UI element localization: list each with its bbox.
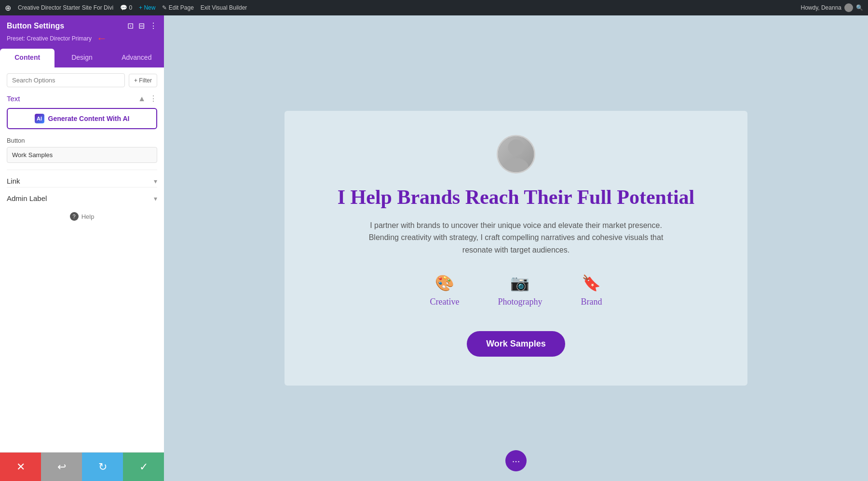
brand-label: Brand xyxy=(581,297,602,307)
panel-icon-layout[interactable]: ⊟ xyxy=(138,21,145,30)
camera-icon: 📷 xyxy=(510,274,529,292)
admin-avatar xyxy=(844,3,853,12)
site-name: Creative Director Starter Site For Divi xyxy=(18,4,113,11)
bottom-bar: ✕ ↩ ↻ ✓ xyxy=(0,452,164,481)
panel-icon-camera[interactable]: ⊡ xyxy=(127,21,134,30)
button-text-input[interactable] xyxy=(7,147,157,163)
link-section-header[interactable]: Link ▾ xyxy=(7,177,157,185)
admin-bar: ⊕ Creative Director Starter Site For Div… xyxy=(0,0,868,15)
undo-button[interactable]: ↩ xyxy=(41,453,82,481)
settings-panel: Button Settings ⊡ ⊟ ⋮ Preset: Creative D… xyxy=(0,15,164,481)
svg-point-1 xyxy=(503,159,529,173)
photography-label: Photography xyxy=(498,297,542,307)
link-section: Link ▾ xyxy=(7,170,157,185)
panel-tabs: Content Design Advanced xyxy=(0,49,164,67)
close-button[interactable]: ✕ xyxy=(0,453,41,481)
text-section: Text ▲ ⋮ AI Generate Content With AI But… xyxy=(7,94,157,170)
red-arrow-icon: ← xyxy=(96,32,107,45)
help-label: Help xyxy=(81,213,95,220)
page-canvas: I Help Brands Reach Their Full Potential… xyxy=(164,15,868,481)
fab-more-button[interactable]: ··· xyxy=(505,450,527,471)
edit-page-link[interactable]: ✎ Edit Page xyxy=(162,4,193,11)
profile-avatar xyxy=(497,135,535,174)
admin-label-chevron-icon: ▾ xyxy=(154,195,157,202)
page-card: I Help Brands Reach Their Full Potential… xyxy=(285,111,747,385)
svg-point-0 xyxy=(508,140,524,156)
wp-logo-icon: ⊕ xyxy=(5,3,11,13)
comment-bubble: 💬 0 xyxy=(120,4,132,11)
admin-label-title: Admin Label xyxy=(7,194,47,202)
bookmark-icon: 🔖 xyxy=(582,274,601,292)
ai-icon: AI xyxy=(35,114,44,123)
creative-icon: 🎨 xyxy=(435,274,454,292)
admin-label-header[interactable]: Admin Label ▾ xyxy=(7,194,157,202)
admin-label-section: Admin Label ▾ xyxy=(7,187,157,202)
service-item-photography: 📷 Photography xyxy=(498,274,542,307)
cta-work-samples-button[interactable]: Work Samples xyxy=(467,331,565,357)
link-chevron-icon: ▾ xyxy=(154,177,157,185)
exit-builder-link[interactable]: Exit Visual Builder xyxy=(201,4,247,11)
panel-content: + Filter Text ▲ ⋮ AI Generate Content Wi… xyxy=(0,67,164,452)
hero-title: I Help Brands Reach Their Full Potential xyxy=(338,185,695,209)
panel-icon-more[interactable]: ⋮ xyxy=(149,21,157,30)
tab-advanced[interactable]: Advanced xyxy=(109,49,164,67)
button-field-label: Button xyxy=(7,137,157,144)
redo-button[interactable]: ↻ xyxy=(82,453,123,481)
more-options-icon[interactable]: ⋮ xyxy=(149,94,157,103)
filter-button[interactable]: + Filter xyxy=(129,74,157,87)
preset-label: Preset: Creative Director Primary xyxy=(7,35,92,42)
panel-title: Button Settings xyxy=(7,22,64,30)
panel-header-icons: ⊡ ⊟ ⋮ xyxy=(127,21,157,30)
preset-row: Preset: Creative Director Primary ← xyxy=(7,32,157,45)
search-options-input[interactable] xyxy=(7,73,125,87)
search-filter-row: + Filter xyxy=(7,73,157,87)
service-item-creative: 🎨 Creative xyxy=(430,274,460,307)
howdy-text: Howdy, Deanna 🔍 xyxy=(801,3,864,12)
save-button[interactable]: ✓ xyxy=(123,453,164,481)
service-item-brand: 🔖 Brand xyxy=(581,274,602,307)
ai-generate-button[interactable]: AI Generate Content With AI xyxy=(7,108,157,129)
ai-generate-label: Generate Content With AI xyxy=(48,115,130,122)
help-icon: ? xyxy=(70,212,79,221)
collapse-icon[interactable]: ▲ xyxy=(138,94,146,103)
hero-subtitle: I partner with brands to uncover their u… xyxy=(366,219,665,256)
tab-content[interactable]: Content xyxy=(0,49,54,67)
text-section-title: Text xyxy=(7,94,20,103)
help-row[interactable]: ? Help xyxy=(7,212,157,221)
tab-design[interactable]: Design xyxy=(54,49,109,67)
link-section-title: Link xyxy=(7,177,20,185)
services-row: 🎨 Creative 📷 Photography 🔖 Brand xyxy=(430,274,602,307)
creative-label: Creative xyxy=(430,297,460,307)
new-link[interactable]: + New xyxy=(139,4,155,11)
panel-header: Button Settings ⊡ ⊟ ⋮ Preset: Creative D… xyxy=(0,15,164,49)
search-icon[interactable]: 🔍 xyxy=(856,4,863,11)
